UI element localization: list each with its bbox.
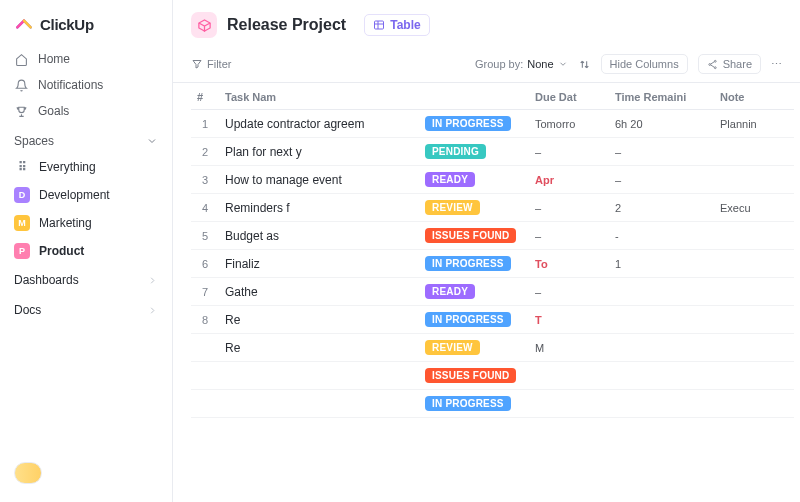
cell-due-date[interactable]: –: [529, 278, 609, 306]
cell-time-remaining[interactable]: –: [609, 166, 714, 194]
cell-notes[interactable]: [714, 138, 794, 166]
sidebar-space-item[interactable]: MMarketing: [0, 209, 172, 237]
cell-due-date[interactable]: –: [529, 138, 609, 166]
table-row[interactable]: 3How to manage eventREADYApr–: [191, 166, 794, 194]
col-time-remaining[interactable]: Time Remaini: [609, 83, 714, 110]
cell-task-name[interactable]: Reminders f: [219, 194, 419, 222]
cell-status[interactable]: ISSUES FOUND: [419, 222, 529, 250]
table-row[interactable]: ReREVIEWM: [191, 334, 794, 362]
cell-time-remaining[interactable]: –: [609, 138, 714, 166]
project-icon[interactable]: [191, 12, 217, 38]
table-row[interactable]: 8ReIN PROGRESST: [191, 306, 794, 334]
cell-status[interactable]: IN PROGRESS: [419, 390, 529, 418]
filter-button[interactable]: Filter: [191, 58, 231, 70]
more-button[interactable]: ⋯: [771, 58, 782, 71]
table-row[interactable]: 5Budget asISSUES FOUND–-: [191, 222, 794, 250]
cell-task-name[interactable]: [219, 362, 419, 390]
cell-due-date[interactable]: –: [529, 194, 609, 222]
cell-time-remaining[interactable]: 1: [609, 250, 714, 278]
hide-columns-button[interactable]: Hide Columns: [601, 54, 688, 74]
nav-home[interactable]: Home: [0, 46, 172, 72]
status-badge: IN PROGRESS: [425, 396, 511, 411]
cell-due-date[interactable]: M: [529, 334, 609, 362]
cell-task-name[interactable]: How to manage event: [219, 166, 419, 194]
cell-status[interactable]: IN PROGRESS: [419, 110, 529, 138]
nav-docs[interactable]: Docs: [0, 295, 172, 325]
status-badge: REVIEW: [425, 340, 480, 355]
cell-task-name[interactable]: Update contractor agreem: [219, 110, 419, 138]
cell-due-date[interactable]: To: [529, 250, 609, 278]
col-status[interactable]: [419, 83, 529, 110]
cell-notes[interactable]: [714, 390, 794, 418]
group-by-value: None: [527, 58, 553, 70]
cell-time-remaining[interactable]: [609, 334, 714, 362]
status-badge: REVIEW: [425, 200, 480, 215]
cell-task-name[interactable]: Finaliz: [219, 250, 419, 278]
group-by[interactable]: Group by: None: [475, 58, 568, 70]
table-row[interactable]: 7GatheREADY–: [191, 278, 794, 306]
table-row[interactable]: 6FinalizIN PROGRESSTo1: [191, 250, 794, 278]
col-notes[interactable]: Note: [714, 83, 794, 110]
table-row[interactable]: 4Reminders fREVIEW–2Execu: [191, 194, 794, 222]
cell-time-remaining[interactable]: [609, 306, 714, 334]
cell-notes[interactable]: [714, 166, 794, 194]
nav-goals[interactable]: Goals: [0, 98, 172, 124]
sidebar-space-item[interactable]: PProduct: [0, 237, 172, 265]
cell-task-name[interactable]: Re: [219, 334, 419, 362]
cell-due-date[interactable]: –: [529, 222, 609, 250]
cell-status[interactable]: ISSUES FOUND: [419, 362, 529, 390]
spaces-header[interactable]: Spaces: [0, 124, 172, 153]
cell-task-name[interactable]: [219, 390, 419, 418]
cell-task-name[interactable]: Plan for next y: [219, 138, 419, 166]
view-table[interactable]: Table: [364, 14, 429, 36]
cell-notes[interactable]: [714, 306, 794, 334]
cell-status[interactable]: REVIEW: [419, 334, 529, 362]
cell-status[interactable]: PENDING: [419, 138, 529, 166]
nav-notifications[interactable]: Notifications: [0, 72, 172, 98]
cell-status[interactable]: IN PROGRESS: [419, 250, 529, 278]
cell-notes[interactable]: Execu: [714, 194, 794, 222]
table-row[interactable]: 2Plan for next yPENDING––: [191, 138, 794, 166]
sort-button[interactable]: [578, 58, 591, 71]
col-index[interactable]: #: [191, 83, 219, 110]
cell-time-remaining[interactable]: -: [609, 222, 714, 250]
cell-time-remaining[interactable]: [609, 390, 714, 418]
cell-notes[interactable]: [714, 334, 794, 362]
cell-notes[interactable]: [714, 250, 794, 278]
avatar-stack[interactable]: [14, 462, 42, 484]
cell-index: 2: [191, 138, 219, 166]
col-task-name[interactable]: Task Nam: [219, 83, 419, 110]
cell-due-date[interactable]: [529, 362, 609, 390]
cell-notes[interactable]: [714, 362, 794, 390]
share-button[interactable]: Share: [698, 54, 761, 74]
col-due-date[interactable]: Due Dat: [529, 83, 609, 110]
table-row[interactable]: IN PROGRESS: [191, 390, 794, 418]
nav-dashboards[interactable]: Dashboards: [0, 265, 172, 295]
cell-task-name[interactable]: Re: [219, 306, 419, 334]
cell-status[interactable]: READY: [419, 278, 529, 306]
cell-time-remaining[interactable]: 2: [609, 194, 714, 222]
table-row[interactable]: ISSUES FOUND: [191, 362, 794, 390]
chevron-right-icon: [147, 305, 158, 316]
spaces-everything[interactable]: ⠿ Everything: [0, 153, 172, 181]
cell-due-date[interactable]: [529, 390, 609, 418]
cell-time-remaining[interactable]: [609, 362, 714, 390]
cell-notes[interactable]: [714, 278, 794, 306]
cell-status[interactable]: IN PROGRESS: [419, 306, 529, 334]
cell-notes[interactable]: [714, 222, 794, 250]
cell-due-date[interactable]: Tomorro: [529, 110, 609, 138]
cell-task-name[interactable]: Budget as: [219, 222, 419, 250]
cell-time-remaining[interactable]: [609, 278, 714, 306]
more-icon: ⋯: [771, 58, 782, 71]
brand-logo[interactable]: ClickUp: [0, 8, 172, 46]
table-row[interactable]: 1Update contractor agreemIN PROGRESSTomo…: [191, 110, 794, 138]
cell-status[interactable]: READY: [419, 166, 529, 194]
cell-status[interactable]: REVIEW: [419, 194, 529, 222]
brand-name: ClickUp: [40, 16, 94, 33]
cell-time-remaining[interactable]: 6h 20: [609, 110, 714, 138]
cell-due-date[interactable]: Apr: [529, 166, 609, 194]
cell-due-date[interactable]: T: [529, 306, 609, 334]
sidebar-space-item[interactable]: DDevelopment: [0, 181, 172, 209]
cell-notes[interactable]: Plannin: [714, 110, 794, 138]
cell-task-name[interactable]: Gathe: [219, 278, 419, 306]
